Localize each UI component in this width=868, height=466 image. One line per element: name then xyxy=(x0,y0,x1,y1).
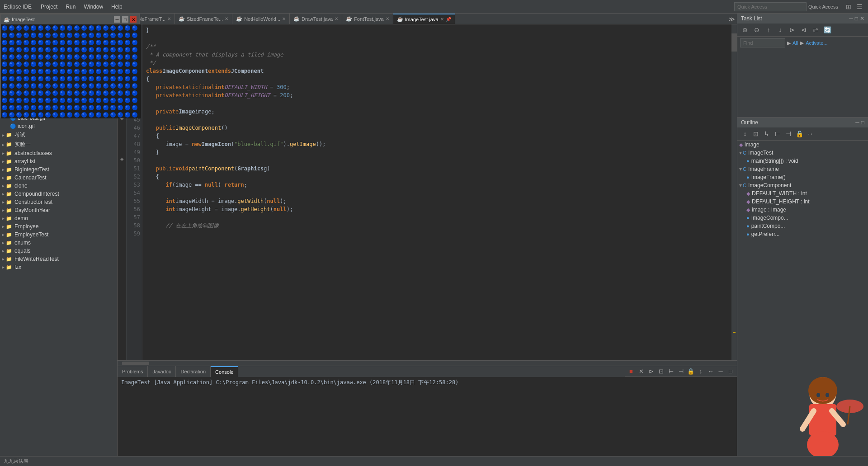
tab-imagetest-active[interactable]: ☕ ImageTest.java ✕ 📌 xyxy=(393,14,455,24)
outline-item-getpreferredsize[interactable]: ● getPreferr... xyxy=(737,230,868,238)
tab-more-icon[interactable]: ≫ xyxy=(728,15,735,23)
tl-btn-5[interactable]: ⊳ xyxy=(787,25,797,35)
tree-item-fzx[interactable]: ▸ 📁 fzx xyxy=(0,263,117,271)
code-scrollbar[interactable] xyxy=(731,24,737,360)
toolbar-btn-2[interactable]: ☰ xyxy=(854,2,864,12)
tree-item-daymonthyear[interactable]: ▸ 📁 DayMonthYear xyxy=(0,206,117,214)
ol-btn-2[interactable]: ⊡ xyxy=(751,129,761,139)
outline-item-image-field[interactable]: ◆ image : Image xyxy=(737,206,868,214)
console-scroll-lock-btn[interactable]: 🔒 xyxy=(686,367,695,376)
bottom-tab-console[interactable]: Console xyxy=(211,366,238,377)
tl-btn-6[interactable]: ⊲ xyxy=(799,25,809,35)
tree-item-icon-gif[interactable]: 🔵 icon.gif xyxy=(0,122,117,130)
tree-item-compoundinterest[interactable]: ▸ 📁 CompoundInterest xyxy=(0,190,117,198)
tl-btn-3[interactable]: ↑ xyxy=(764,25,774,35)
outline-item-imagecomponent[interactable]: ▾ C ImageComponent xyxy=(737,181,868,189)
console-stop-btn[interactable]: ■ xyxy=(627,367,636,376)
menu-project[interactable]: Project xyxy=(37,3,61,11)
ol-btn-5[interactable]: ⊣ xyxy=(783,129,793,139)
hscrollbar-thumb[interactable] xyxy=(122,362,149,365)
ol-btn-4[interactable]: ⊢ xyxy=(773,129,783,139)
menu-help[interactable]: Help xyxy=(108,3,126,11)
bottom-tab-declaration[interactable]: Declaration xyxy=(176,366,211,377)
bottom-tab-javadoc[interactable]: Javadoc xyxy=(148,366,176,377)
tree-item-考试[interactable]: ▸ 📁 考试 xyxy=(0,130,117,140)
tl-btn-8[interactable]: 🔄 xyxy=(822,25,832,35)
outline-item-image[interactable]: ◆ image xyxy=(737,141,868,149)
tree-item-实验一[interactable]: ▸ 📁 实验一 xyxy=(0,140,117,149)
tree-item-abstractclasses[interactable]: ▸ 📁 abstractclasses xyxy=(0,149,117,157)
outline-minimize-btn[interactable]: ─ xyxy=(855,119,859,126)
tab-fonttest[interactable]: ☕ FontTest.java ✕ xyxy=(342,14,393,24)
task-list-minimize-btn[interactable]: ─ xyxy=(849,15,853,22)
menu-run[interactable]: Run xyxy=(62,3,79,11)
outline-item-default-height[interactable]: ◆ DEFAULT_HEIGHT : int xyxy=(737,198,868,206)
tab-pin-icon: 📌 xyxy=(446,17,451,22)
outline-item-imageframe-ctor[interactable]: ● ImageFrame() xyxy=(737,173,868,181)
tab-sizedframetest[interactable]: ☕ SizedFrameTe... ✕ xyxy=(175,14,232,24)
console-maximize-btn[interactable]: □ xyxy=(726,367,735,376)
quick-access-input[interactable] xyxy=(734,2,807,11)
outline-item-label: main(String[]) : void xyxy=(751,158,798,164)
ol-btn-7[interactable]: ↔ xyxy=(805,129,815,139)
tree-item-equals[interactable]: ▸ 📁 equals xyxy=(0,247,117,255)
code-body[interactable]: } /** * A component that displays a tile… xyxy=(142,24,731,360)
task-list-close-btn[interactable]: ✕ xyxy=(860,15,864,22)
task-list-maximize-btn[interactable]: □ xyxy=(855,15,858,22)
outline-maximize-btn[interactable]: □ xyxy=(861,119,864,126)
maximize-button[interactable]: □ xyxy=(122,16,128,23)
console-minimize-btn[interactable]: ─ xyxy=(716,367,725,376)
task-filter-activate[interactable]: Activate... xyxy=(806,40,827,46)
tree-item-bigintegertest[interactable]: ▸ 📁 BigIntegerTest xyxy=(0,165,117,174)
outline-item-imagecomponent-ctor[interactable]: ● ImageCompo... xyxy=(737,214,868,222)
tree-item-label: icon.gif xyxy=(18,123,35,129)
scrollbar-thumb[interactable] xyxy=(731,33,737,52)
menu-window[interactable]: Window xyxy=(80,3,107,11)
console-btn-6[interactable]: ⊣ xyxy=(676,367,685,376)
console-btn-8[interactable]: ↕ xyxy=(696,367,705,376)
task-filter-all[interactable]: All xyxy=(793,40,798,46)
tree-item-enums[interactable]: ▸ 📁 enums xyxy=(0,239,117,247)
tab-close-sizedframetest[interactable]: ✕ xyxy=(225,16,228,21)
console-clear-btn[interactable]: ✕ xyxy=(637,367,646,376)
toolbar-btn-1[interactable]: ⊞ xyxy=(844,2,854,12)
tab-close-imagetest[interactable]: ✕ xyxy=(440,17,444,22)
code-hscrollbar[interactable] xyxy=(118,360,737,366)
outline-item-paintcomponent[interactable]: ● paintCompo... xyxy=(737,222,868,230)
outline-item-default-width[interactable]: ◆ DEFAULT_WIDTH : int xyxy=(737,189,868,198)
minimize-button[interactable]: ─ xyxy=(114,16,120,23)
tab-close-nothelloworld[interactable]: ✕ xyxy=(282,16,286,21)
tree-item-constructortest[interactable]: ▸ 📁 ConstructorTest xyxy=(0,198,117,206)
ol-btn-3[interactable]: ↳ xyxy=(762,129,772,139)
outline-item-main[interactable]: ● main(String[]) : void xyxy=(737,157,868,165)
ol-btn-6[interactable]: 🔒 xyxy=(794,129,804,139)
tree-item-calendartest[interactable]: ▸ 📁 CalendarTest xyxy=(0,174,117,182)
tab-drawtest[interactable]: ☕ DrawTest.java ✕ xyxy=(290,14,342,24)
console-btn-3[interactable]: ⊳ xyxy=(646,367,656,376)
tree-item-demo[interactable]: ▸ 📁 demo xyxy=(0,214,117,222)
tl-btn-2[interactable]: ⊖ xyxy=(752,25,762,35)
code-line-37: * A component that displays a tiled imag… xyxy=(146,51,731,59)
tree-item-employee[interactable]: ▸ 📁 Employee xyxy=(0,222,117,231)
tree-item-filewritereadtest[interactable]: ▸ 📁 FileWriteReadTest xyxy=(0,255,117,263)
tab-close-drawtest[interactable]: ✕ xyxy=(335,16,338,21)
close-button[interactable]: ✕ xyxy=(130,16,137,23)
tab-close-simpleframetest[interactable]: ✕ xyxy=(167,16,171,21)
tab-nothelloworld[interactable]: ☕ NotHelloWorld... ✕ xyxy=(232,14,290,24)
tree-item-clone[interactable]: ▸ 📁 clone xyxy=(0,182,117,190)
bottom-tab-problems[interactable]: Problems xyxy=(118,366,148,377)
tl-btn-1[interactable]: ⊕ xyxy=(740,25,750,35)
ol-btn-1[interactable]: ↕ xyxy=(740,129,750,139)
tab-close-fonttest[interactable]: ✕ xyxy=(386,16,389,21)
outline-item-imagetest[interactable]: ▾ C ImageTest xyxy=(737,149,868,157)
task-list-find-input[interactable] xyxy=(740,38,785,47)
tl-btn-7[interactable]: ⇄ xyxy=(811,25,821,35)
console-btn-4[interactable]: ⊡ xyxy=(656,367,665,376)
task-filter-arrow[interactable]: ▶ xyxy=(787,40,791,46)
outline-item-imageframe[interactable]: ▾ C ImageFrame xyxy=(737,165,868,173)
tree-item-arraylist[interactable]: ▸ 📁 arrayList xyxy=(0,157,117,165)
console-btn-5[interactable]: ⊢ xyxy=(666,367,675,376)
console-btn-9[interactable]: ↔ xyxy=(706,367,715,376)
tree-item-employeetest[interactable]: ▸ 📁 EmployeeTest xyxy=(0,231,117,239)
tl-btn-4[interactable]: ↓ xyxy=(775,25,785,35)
